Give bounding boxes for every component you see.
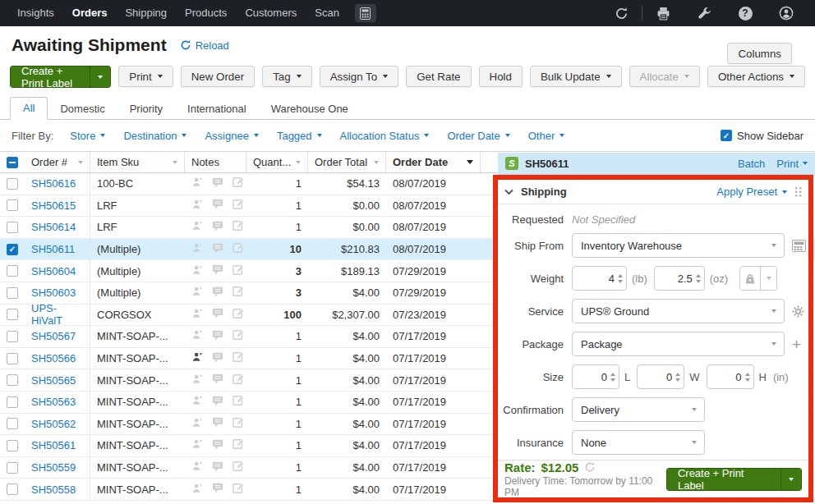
show-sidebar-checkbox[interactable]	[721, 130, 732, 141]
edit-note-icon[interactable]	[233, 329, 244, 343]
order-number-link[interactable]: SH50616	[31, 177, 76, 190]
filter-dropdown[interactable]: Order Date	[447, 130, 509, 142]
refresh-button[interactable]	[601, 7, 642, 21]
decrement-icon[interactable]	[696, 280, 701, 283]
weight-oz-input[interactable]	[660, 273, 693, 285]
decrement-icon[interactable]	[675, 378, 680, 382]
service-settings-gear-icon[interactable]	[792, 305, 804, 318]
row-checkbox[interactable]	[7, 353, 18, 364]
order-number-link[interactable]: SH50562	[31, 418, 76, 430]
toolbar-button[interactable]: Tag	[262, 66, 312, 87]
add-package-icon[interactable]: +	[792, 337, 801, 352]
note-icon[interactable]	[212, 396, 223, 409]
assignee-icon[interactable]	[191, 199, 203, 213]
note-icon[interactable]	[212, 330, 223, 343]
row-checkbox[interactable]	[7, 483, 18, 495]
row-checkbox[interactable]	[7, 199, 18, 211]
edit-note-icon[interactable]	[233, 395, 244, 409]
assignee-icon[interactable]	[191, 242, 203, 256]
row-checkbox[interactable]	[7, 265, 18, 277]
filter-dropdown[interactable]: Destination	[123, 130, 186, 142]
note-icon[interactable]	[212, 483, 223, 496]
sort-caret-icon[interactable]	[374, 161, 379, 164]
confirmation-select[interactable]: Delivery	[572, 397, 705, 422]
edit-note-icon[interactable]	[233, 308, 244, 322]
print-link[interactable]: Print	[776, 158, 808, 170]
row-checkbox[interactable]	[7, 287, 18, 299]
toolbar-button[interactable]: Print	[118, 66, 173, 87]
column-header-order[interactable]: Order #	[25, 152, 90, 172]
edit-note-icon[interactable]	[233, 176, 244, 190]
weight-oz-stepper[interactable]	[654, 266, 705, 291]
insurance-select[interactable]: None	[572, 430, 705, 455]
weight-lb-stepper[interactable]	[572, 266, 627, 291]
note-icon[interactable]	[212, 373, 223, 387]
increment-icon[interactable]	[618, 274, 623, 277]
collapse-chevron-icon[interactable]	[504, 189, 513, 195]
order-number-link[interactable]: SH50559	[31, 461, 76, 474]
weight-lb-input[interactable]	[578, 273, 615, 285]
tab[interactable]: Priority	[117, 99, 175, 120]
refresh-rate-icon[interactable]	[584, 461, 596, 473]
edit-note-icon[interactable]	[233, 286, 244, 300]
nav-item[interactable]: Insights	[8, 0, 63, 26]
settings-button[interactable]	[684, 7, 725, 21]
assignee-icon[interactable]	[191, 308, 203, 322]
order-number-link[interactable]: SH50565	[31, 374, 76, 387]
assignee-icon[interactable]	[191, 417, 203, 431]
size-h-stepper[interactable]	[707, 364, 754, 389]
help-button[interactable]: ?	[725, 7, 766, 21]
scan-calculator-button[interactable]	[355, 4, 376, 22]
size-h-input[interactable]	[712, 371, 742, 383]
edit-note-icon[interactable]	[233, 460, 244, 474]
sort-caret-icon[interactable]	[78, 161, 83, 164]
order-number-link[interactable]: SH50566	[31, 352, 76, 364]
note-icon[interactable]	[212, 243, 223, 256]
note-icon[interactable]	[212, 286, 223, 300]
ship-from-select[interactable]: Inventory Warehouse	[572, 233, 785, 258]
order-number-link[interactable]: SH50614	[31, 221, 76, 233]
order-number-link[interactable]: SH50563	[31, 396, 76, 408]
order-number-link[interactable]: SH50615	[31, 199, 76, 212]
drag-handle-icon[interactable]	[795, 187, 802, 197]
nav-item[interactable]: Orders	[63, 0, 117, 26]
column-header-sku[interactable]: Item Sku	[90, 152, 185, 172]
toolbar-button[interactable]: Other Actions	[707, 66, 805, 87]
print-queue-button[interactable]	[642, 7, 684, 21]
edit-note-icon[interactable]	[233, 417, 244, 431]
rate-calculator-icon[interactable]	[792, 240, 806, 252]
scale-button[interactable]	[740, 267, 760, 290]
order-number-link[interactable]: SH50603	[31, 286, 76, 299]
reload-link[interactable]: Reload	[180, 39, 229, 52]
note-icon[interactable]	[212, 417, 223, 430]
tab[interactable]: Domestic	[48, 99, 117, 120]
size-l-stepper[interactable]	[572, 364, 619, 389]
column-header-date[interactable]: Order Date	[386, 152, 481, 172]
row-checkbox[interactable]	[7, 244, 18, 255]
edit-note-icon[interactable]	[233, 438, 244, 452]
sort-caret-icon[interactable]	[173, 161, 177, 164]
increment-icon[interactable]	[745, 373, 750, 376]
row-checkbox[interactable]	[7, 178, 18, 190]
order-number-link[interactable]: UPS-HiValT	[31, 302, 83, 327]
filter-dropdown[interactable]: Allocation Status	[340, 130, 430, 142]
row-checkbox[interactable]	[7, 331, 18, 342]
show-sidebar-toggle[interactable]: Show Sidebar	[721, 130, 803, 142]
toolbar-button[interactable]: Bulk Update	[530, 66, 622, 87]
edit-note-icon[interactable]	[233, 483, 244, 497]
nav-item[interactable]: Scan	[306, 0, 348, 26]
note-icon[interactable]	[212, 264, 223, 277]
tab[interactable]: All	[10, 97, 48, 120]
edit-note-icon[interactable]	[233, 351, 244, 365]
filter-dropdown[interactable]: Assignee	[205, 130, 258, 142]
select-all-checkbox[interactable]	[7, 157, 18, 168]
note-icon[interactable]	[212, 461, 223, 474]
assignee-icon[interactable]	[191, 438, 203, 452]
nav-item[interactable]: Customers	[236, 0, 306, 26]
account-button[interactable]	[766, 6, 807, 21]
size-l-input[interactable]	[578, 371, 607, 383]
toolbar-button[interactable]: New Order	[181, 66, 255, 87]
scale-dropdown[interactable]	[760, 267, 776, 290]
filter-dropdown[interactable]: Other	[528, 130, 565, 142]
edit-note-icon[interactable]	[233, 220, 244, 234]
